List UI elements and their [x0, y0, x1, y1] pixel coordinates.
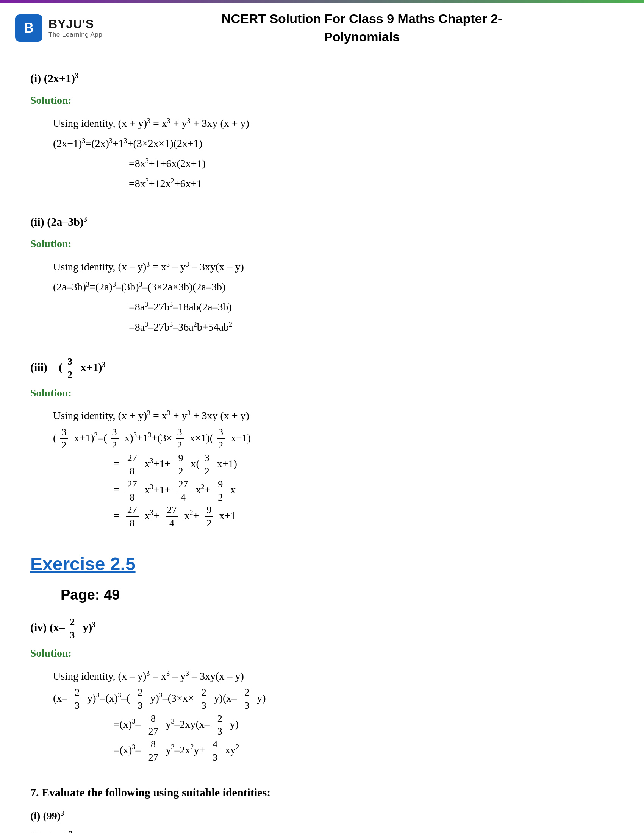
problem-ii-label: (ii) (2a–3b)3 — [30, 212, 614, 232]
brand-tagline: The Learning App — [48, 31, 102, 39]
title-text: NCERT Solution For Class 9 Maths Chapter… — [118, 10, 606, 46]
page-label: Page: 49 — [61, 582, 614, 608]
problem-iv-label: (iv) (x– 23 y)3 — [30, 616, 614, 642]
top-bar: B BYJU'S The Learning App NCERT Solution… — [0, 3, 644, 53]
section-iv: (iv) (x– 23 y)3 Solution: Using identity… — [30, 616, 614, 764]
frac-iii-label: 3 2 — [66, 355, 74, 381]
math-line-iii-3: = 278 x3+1+ 92 x( 32 x+1) — [114, 452, 614, 478]
logo-area: B BYJU'S The Learning App — [15, 14, 102, 42]
q7-sub-ii: (ii) (102)3 — [30, 827, 614, 833]
solution-iv-body: Using identity, (x – y)3 = x3 – y3 – 3xy… — [53, 666, 614, 764]
section-q7: 7. Evaluate the following using suitable… — [30, 782, 614, 833]
solution-iii-label: Solution: — [30, 384, 614, 402]
solution-i-label: Solution: — [30, 91, 614, 110]
math-line-iii-1: Using identity, (x + y)3 = x3 + y3 + 3xy… — [53, 405, 614, 426]
math-line-iv-4: =(x)3– 827 y3–2x2y+ 43 xy2 — [114, 738, 614, 764]
q7-label: 7. Evaluate the following using suitable… — [30, 782, 614, 803]
solution-i-body: Using identity, (x + y)3 = x3 + y3 + 3xy… — [53, 113, 614, 194]
brand-text: BYJU'S The Learning App — [48, 17, 102, 39]
math-line-iv-2: (x– 23 y)3=(x)3–( 23 y)3–(3×x× 23 y)(x– … — [53, 686, 614, 712]
math-line-ii-1: Using identity, (x – y)3 = x3 – y3 – 3xy… — [53, 257, 614, 277]
q7-sub-i: (i) (99)3 — [30, 807, 614, 825]
problem-iii-label: (iii) ( 3 2 x+1)3 — [30, 355, 614, 381]
math-line-i-4: =8x3+12x2+6x+1 — [129, 174, 614, 193]
svg-text:B: B — [24, 20, 34, 35]
exercise-title: Exercise 2.5 — [30, 548, 614, 581]
solution-iv-label: Solution: — [30, 644, 614, 663]
math-line-iii-2: ( 32 x+1)3=( 32 x)3+13+(3× 32 x×1)( 32 x… — [53, 426, 614, 452]
brand-name: BYJU'S — [48, 17, 102, 31]
logo-icon: B — [15, 14, 42, 42]
math-line-iv-1: Using identity, (x – y)3 = x3 – y3 – 3xy… — [53, 666, 614, 686]
math-line-ii-3: =8a3–27b3–18ab(2a–3b) — [129, 297, 614, 317]
math-line-ii-2: (2a–3b)3=(2a)3–(3b)3–(3×2a×3b)(2a–3b) — [53, 277, 614, 297]
section-i: (i) (2x+1)3 Solution: Using identity, (x… — [30, 68, 614, 193]
main-content: (i) (2x+1)3 Solution: Using identity, (x… — [0, 53, 644, 833]
solution-iii-body: Using identity, (x + y)3 = x3 + y3 + 3xy… — [53, 405, 614, 530]
math-line-iii-5: = 278 x3+ 274 x2+ 92 x+1 — [114, 503, 614, 530]
math-line-i-2: (2x+1)3=(2x)3+13+(3×2x×1)(2x+1) — [53, 133, 614, 153]
problem-i-label: (i) (2x+1)3 — [30, 68, 614, 88]
page-title: NCERT Solution For Class 9 Maths Chapter… — [118, 10, 606, 46]
math-line-i-1: Using identity, (x + y)3 = x3 + y3 + 3xy… — [53, 113, 614, 133]
math-line-iii-4: = 278 x3+1+ 274 x2+ 92 x — [114, 478, 614, 504]
accent-bar — [0, 0, 644, 3]
solution-ii-label: Solution: — [30, 234, 614, 253]
math-line-ii-4: =8a3–27b3–36a2b+54ab2 — [129, 317, 614, 337]
math-line-iv-3: =(x)3– 827 y3–2xy(x– 23 y) — [114, 712, 614, 738]
section-iii: (iii) ( 3 2 x+1)3 Solution: Using identi… — [30, 355, 614, 530]
section-ii: (ii) (2a–3b)3 Solution: Using identity, … — [30, 212, 614, 337]
solution-ii-body: Using identity, (x – y)3 = x3 – y3 – 3xy… — [53, 257, 614, 338]
exercise-heading: Exercise 2.5 Page: 49 — [30, 548, 614, 608]
math-line-i-3: =8x3+1+6x(2x+1) — [129, 153, 614, 174]
